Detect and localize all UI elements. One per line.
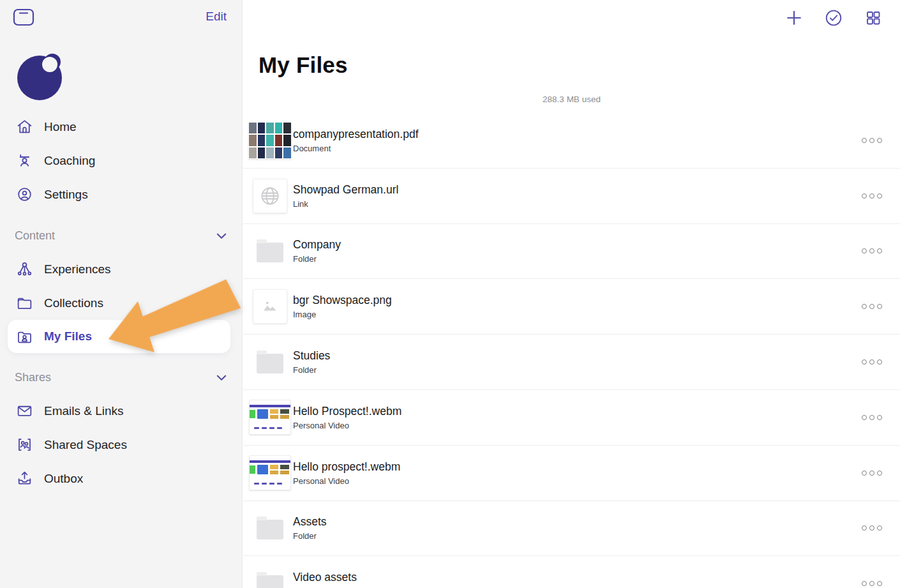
section-shares[interactable]: Shares bbox=[0, 361, 242, 394]
file-row[interactable]: bgr Showspace.png Image bbox=[243, 279, 900, 335]
storage-used-label: 288.3 MB used bbox=[243, 94, 900, 104]
showpad-logo bbox=[17, 56, 62, 100]
experiences-icon bbox=[15, 260, 34, 279]
file-row[interactable]: companypresentation.pdf Document bbox=[243, 113, 900, 169]
more-options-icon bbox=[862, 581, 867, 586]
folder-icon bbox=[257, 575, 283, 588]
file-row[interactable]: Hello prospect!.webm Personal Video bbox=[243, 446, 900, 501]
folder-icon bbox=[257, 243, 283, 262]
sidebar-toggle-icon bbox=[13, 19, 34, 29]
file-type: Link bbox=[293, 199, 858, 209]
file-type: Personal Video bbox=[293, 421, 858, 430]
add-button[interactable] bbox=[784, 8, 804, 29]
folder-icon bbox=[257, 520, 283, 539]
collections-icon bbox=[15, 294, 34, 313]
file-row[interactable]: Hello Prospect!.webm Personal Video bbox=[243, 390, 900, 446]
more-options-button[interactable] bbox=[858, 522, 886, 534]
file-type: Document bbox=[293, 144, 858, 153]
more-options-button[interactable] bbox=[858, 467, 886, 479]
more-options-icon bbox=[862, 471, 867, 476]
globe-icon bbox=[253, 179, 287, 213]
edit-button[interactable]: Edit bbox=[206, 10, 227, 24]
envelope-icon bbox=[15, 402, 34, 421]
file-thumbnail bbox=[247, 455, 293, 490]
page-title: My Files bbox=[259, 52, 348, 78]
my-files-icon bbox=[15, 327, 34, 346]
file-row[interactable]: Studies Folder bbox=[243, 335, 900, 390]
sidebar-item-coaching[interactable]: Coaching bbox=[0, 144, 242, 177]
select-button[interactable] bbox=[823, 8, 844, 29]
file-name: Video assets bbox=[293, 571, 858, 584]
file-name: Studies bbox=[293, 349, 858, 363]
sidebar-item-emails-links[interactable]: Emails & Links bbox=[0, 394, 242, 428]
section-label: Shares bbox=[15, 371, 51, 384]
main-content: My Files 288.3 MB used bbox=[243, 0, 900, 588]
sidebar: Edit Home bbox=[0, 0, 243, 588]
sidebar-item-experiences[interactable]: Experiences bbox=[0, 252, 242, 286]
file-name: Hello prospect!.webm bbox=[293, 460, 858, 474]
file-thumbnail bbox=[247, 239, 293, 262]
sidebar-item-my-files[interactable]: My Files bbox=[8, 320, 230, 353]
file-name: companypresentation.pdf bbox=[293, 128, 858, 141]
coaching-icon bbox=[15, 151, 34, 170]
sidebar-item-outbox[interactable]: Outbox bbox=[0, 462, 242, 495]
file-row[interactable]: Assets Folder bbox=[243, 501, 900, 557]
sidebar-item-label: Emails & Links bbox=[44, 404, 124, 418]
grid-view-icon bbox=[865, 10, 881, 28]
file-row[interactable]: Company Folder bbox=[243, 224, 900, 280]
file-name: Assets bbox=[293, 515, 858, 529]
sidebar-item-home[interactable]: Home bbox=[0, 110, 242, 144]
sidebar-item-label: Settings bbox=[44, 188, 88, 202]
grid-view-button[interactable] bbox=[863, 8, 883, 29]
more-options-button[interactable] bbox=[858, 134, 886, 147]
sidebar-item-label: Experiences bbox=[44, 262, 111, 276]
sidebar-item-label: Home bbox=[44, 120, 77, 134]
more-options-button[interactable] bbox=[858, 411, 886, 424]
more-options-button[interactable] bbox=[858, 356, 886, 368]
sidebar-toggle-button[interactable] bbox=[12, 8, 35, 28]
more-options-icon bbox=[862, 248, 867, 253]
sidebar-item-shared-spaces[interactable]: Shared Spaces bbox=[0, 428, 242, 462]
section-label: Content bbox=[15, 229, 55, 243]
more-options-button[interactable] bbox=[858, 190, 886, 202]
file-row[interactable]: Video assets Folder bbox=[243, 556, 900, 588]
presentation-collage-thumbnail bbox=[248, 122, 292, 159]
file-name: Showpad German.url bbox=[293, 183, 858, 197]
outbox-icon bbox=[15, 469, 34, 488]
shared-spaces-icon bbox=[15, 435, 34, 455]
file-name: Hello Prospect!.webm bbox=[293, 405, 858, 418]
file-type: Image bbox=[293, 310, 858, 319]
more-options-icon bbox=[862, 304, 867, 309]
image-placeholder-icon bbox=[253, 289, 287, 324]
sidebar-item-label: Coaching bbox=[44, 154, 95, 168]
sidebar-item-label: Shared Spaces bbox=[44, 438, 127, 452]
sidebar-item-label: Outbox bbox=[44, 472, 83, 486]
file-thumbnail bbox=[247, 400, 293, 435]
file-thumbnail bbox=[247, 516, 293, 539]
more-options-icon bbox=[862, 138, 867, 143]
sidebar-item-settings[interactable]: Settings bbox=[0, 177, 242, 211]
more-options-icon bbox=[862, 415, 867, 420]
home-icon bbox=[15, 117, 34, 137]
chevron-down-icon bbox=[216, 371, 227, 384]
more-options-icon bbox=[862, 193, 867, 199]
file-thumbnail bbox=[247, 179, 293, 213]
section-content[interactable]: Content bbox=[0, 219, 242, 252]
more-options-icon bbox=[862, 359, 867, 365]
file-thumbnail bbox=[247, 289, 293, 324]
file-type: Folder bbox=[293, 531, 858, 541]
file-type: Folder bbox=[293, 365, 858, 375]
video-thumbnail bbox=[249, 400, 291, 435]
file-type: Personal Video bbox=[293, 476, 858, 486]
chevron-down-icon bbox=[216, 229, 227, 243]
more-options-button[interactable] bbox=[858, 245, 886, 257]
more-options-button[interactable] bbox=[858, 300, 886, 313]
sidebar-item-label: Collections bbox=[44, 296, 103, 310]
toolbar bbox=[784, 8, 883, 29]
file-row[interactable]: Showpad German.url Link bbox=[243, 169, 900, 224]
more-options-button[interactable] bbox=[858, 577, 886, 588]
sidebar-item-collections[interactable]: Collections bbox=[0, 286, 242, 320]
add-icon bbox=[786, 10, 802, 27]
file-thumbnail bbox=[247, 122, 293, 159]
select-check-icon bbox=[825, 9, 843, 29]
